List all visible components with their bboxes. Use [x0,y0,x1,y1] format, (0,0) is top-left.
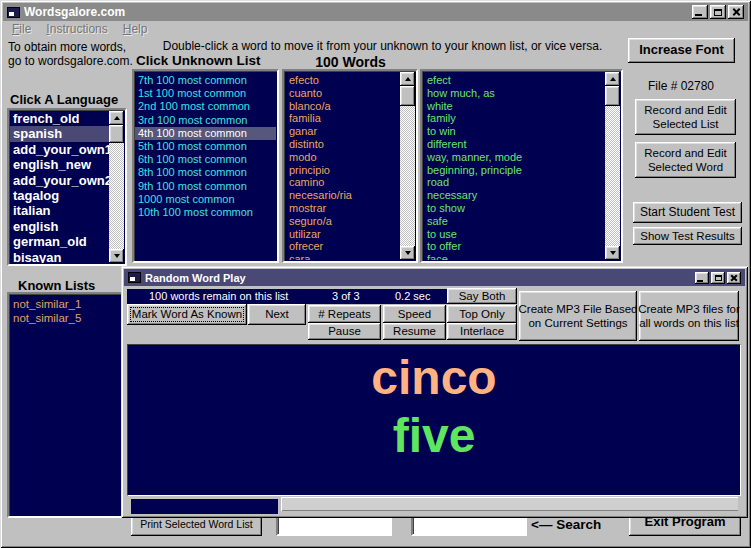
known-list-item[interactable]: not_similar_1 [10,297,121,311]
spanish-word-item[interactable]: cara [285,253,400,260]
show-test-results-button[interactable]: Show Test Results [633,227,742,245]
language-item[interactable]: bisayan [10,250,109,263]
english-word-item[interactable]: safe [423,215,605,228]
language-item[interactable]: french_old [10,111,109,126]
player-bottom-bar [281,497,738,511]
language-scrollbar[interactable] [109,111,124,263]
random-word-play-window: Random Word Play 100 words remain on thi… [121,266,748,518]
unknown-list-item[interactable]: 4th 100 most common [135,127,276,140]
spanish-word-item[interactable]: utilizar [285,228,400,241]
spanish-word-item[interactable]: efecto [285,74,400,87]
english-word-item[interactable]: white [423,100,605,113]
unknown-list-item[interactable]: 2nd 100 most common [135,100,276,113]
minimize-icon[interactable] [695,272,709,284]
resume-button[interactable]: Resume [383,323,446,340]
spanish-word-item[interactable]: distinto [285,138,400,151]
scroll-down-icon[interactable] [605,246,620,260]
create-mp3-all-button[interactable]: Create MP3 files for all words on this l… [639,291,739,341]
known-list-item[interactable]: not_similar_5 [10,311,121,325]
language-item[interactable]: english_new [10,157,109,172]
english-word-item[interactable]: family [423,112,605,125]
player-bottom-panel [131,499,278,514]
spanish-word-item[interactable]: camino [285,176,400,189]
spanish-word-item[interactable]: principio [285,164,400,177]
english-word-item[interactable]: how much, as [423,87,605,100]
spanish-word-item[interactable]: mostrar [285,202,400,215]
scrollbar-thumb[interactable] [605,86,620,106]
scroll-down-icon[interactable] [400,246,415,260]
english-word-item[interactable]: way, manner, mode [423,151,605,164]
language-item[interactable]: tagalog [10,188,109,203]
menu-item[interactable]: Instructions [46,22,107,36]
language-item[interactable]: english [10,219,109,234]
pause-button[interactable]: Pause [308,323,381,340]
unknown-list-item[interactable]: 5th 100 most common [135,140,276,153]
say-both-button[interactable]: Say Both [447,288,517,304]
menu-item[interactable]: Help [123,22,148,36]
scrollbar-thumb[interactable] [400,86,415,106]
record-edit-word-button[interactable]: Record and Edit Selected Word [635,142,736,178]
create-mp3-current-button[interactable]: Create MP3 File Based on Current Setting… [519,291,637,341]
unknown-list-item[interactable]: 1000 most common [135,193,276,206]
start-student-test-button[interactable]: Start Student Test [633,202,742,223]
english-word-item[interactable]: to win [423,125,605,138]
language-item[interactable]: add_your_own2 [10,173,109,188]
maximize-icon[interactable] [710,5,726,19]
unknown-list-item[interactable]: 6th 100 most common [135,153,276,166]
spanish-word-item[interactable]: ganar [285,125,400,138]
search-label: <— Search [531,517,601,532]
english-scrollbar[interactable] [605,72,620,260]
english-word-item[interactable]: to use [423,228,605,241]
word-count-label: 100 Words [283,54,418,70]
unknown-list-item[interactable]: 8th 100 most common [135,166,276,179]
spanish-word-item[interactable]: ofrecer [285,240,400,253]
spanish-scrollbar[interactable] [400,72,415,260]
unknown-list-item[interactable]: 3rd 100 most common [135,114,276,127]
unknown-list-item[interactable]: 10th 100 most common [135,206,276,219]
unknown-list-item[interactable]: 7th 100 most common [135,74,276,87]
english-word-item[interactable]: face [423,253,605,260]
scroll-down-icon[interactable] [109,249,124,263]
english-word-item[interactable]: road [423,176,605,189]
language-item[interactable]: italian [10,203,109,218]
promo-text-line2: go to wordsgalore.com. [8,54,133,68]
unknown-panel-label: Click Unknown List [136,53,261,68]
english-word-listbox: efecthow much, aswhitefamilyto windiffer… [420,69,623,263]
repeats-button[interactable]: # Repeats [308,305,381,323]
english-word-item[interactable]: beginning, principle [423,164,605,177]
increase-font-button[interactable]: Increase Font [628,38,735,63]
english-word-item[interactable]: different [423,138,605,151]
record-edit-list-button[interactable]: Record and Edit Selected List [635,99,736,135]
spanish-word-item[interactable]: familia [285,112,400,125]
english-word-item[interactable]: to offer [423,240,605,253]
scroll-up-icon[interactable] [605,72,620,86]
minimize-icon[interactable] [692,5,708,19]
english-word-item[interactable]: to show [423,202,605,215]
top-only-button[interactable]: Top Only [447,305,517,323]
spanish-word-item[interactable]: blanco/a [285,100,400,113]
next-button[interactable]: Next [248,304,306,325]
scrollbar-thumb[interactable] [109,125,124,143]
mark-word-known-button[interactable]: Mark Word As Known [127,304,247,325]
language-item[interactable]: german_old [10,234,109,249]
spanish-word-item[interactable]: seguro/a [285,215,400,228]
language-item[interactable]: spanish [10,126,109,141]
spanish-word-item[interactable]: modo [285,151,400,164]
unknown-list-item[interactable]: 1st 100 most common [135,87,276,100]
interval-text: 0.2 sec [395,290,430,302]
scroll-up-icon[interactable] [109,111,124,125]
player-title: Random Word Play [145,272,246,284]
english-word-item[interactable]: efect [423,74,605,87]
close-icon[interactable] [728,5,744,19]
spanish-word-item[interactable]: necesario/ria [285,189,400,202]
speed-button[interactable]: Speed [383,305,446,323]
interlace-button[interactable]: Interlace [447,323,517,340]
maximize-icon[interactable] [711,272,725,284]
close-icon[interactable] [727,272,741,284]
menu-item[interactable]: File [12,22,31,36]
english-word-item[interactable]: necessary [423,189,605,202]
language-item[interactable]: add_your_own1 [10,142,109,157]
spanish-word-item[interactable]: cuanto [285,87,400,100]
scroll-up-icon[interactable] [400,72,415,86]
unknown-list-item[interactable]: 9th 100 most common [135,180,276,193]
